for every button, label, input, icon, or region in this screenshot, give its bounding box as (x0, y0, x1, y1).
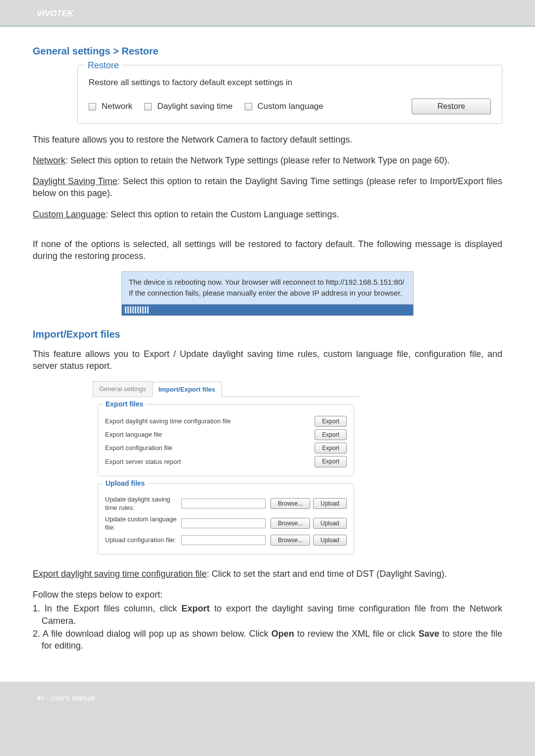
page-footer: 40 - User's Manual (0, 682, 535, 719)
checkbox-dst-wrap: Daylight saving time (144, 100, 232, 112)
export-row-lang: Export language file Export (105, 429, 347, 440)
reboot-progress-bar (122, 304, 413, 315)
para-export-dst-text: : Click to set the start and end time of… (207, 569, 447, 579)
para-none: If none of the options is selected, all … (33, 238, 502, 262)
section-title-restore: General settings > Restore (33, 45, 502, 58)
export-row-dst: Export daylight saving time configuratio… (105, 416, 347, 427)
page-header: VIVOTEK (0, 0, 535, 26)
checkbox-network-label: Network (102, 101, 132, 111)
browse-button-dst[interactable]: Browse... (270, 498, 310, 509)
step2-open: Open (271, 629, 294, 639)
checkbox-network[interactable] (89, 103, 96, 110)
step-1: 1. In the Export files column, click Exp… (33, 603, 502, 627)
para-network-text: : Select this option to retain the Netwo… (65, 155, 450, 165)
progress-stripes-icon (125, 306, 149, 313)
upload-row-lang-label: Update custom language file: (105, 515, 181, 532)
para-export-dst: Export daylight saving time configuratio… (33, 568, 502, 580)
file-input-dst[interactable] (181, 499, 266, 508)
para-lang-term: Custom Language (33, 209, 106, 219)
browse-button-lang[interactable]: Browse... (270, 518, 310, 529)
export-legend: Export files (103, 400, 146, 409)
checkbox-network-wrap: Network (89, 100, 132, 112)
upload-button-dst[interactable]: Upload (313, 498, 347, 509)
page: VIVOTEK General settings > Restore Resto… (0, 0, 535, 719)
checkbox-language-label: Custom language (258, 101, 323, 111)
checkbox-language[interactable] (245, 103, 252, 110)
export-row-status: Export server status report Export (105, 456, 347, 467)
export-row-dst-label: Export daylight saving time configuratio… (105, 417, 312, 426)
export-fieldset: Export files Export daylight saving time… (98, 404, 354, 476)
reboot-line1: The device is rebooting now. Your browse… (129, 277, 406, 288)
restore-description: Restore all settings to factory default … (89, 77, 491, 89)
para-export-dst-term: Export daylight saving time configuratio… (33, 569, 207, 579)
step1-a: 1. In the Export files column, click (33, 604, 181, 613)
import-export-intro: This feature allows you to Export / Upda… (33, 348, 502, 372)
step2-a: 2. A file download dialog will pop up as… (33, 629, 271, 639)
para-lang-text: : Select this option to retain the Custo… (106, 209, 339, 219)
reboot-line2: If the connection fails, please manually… (129, 288, 406, 299)
export-button-config[interactable]: Export (315, 443, 347, 454)
step2-c: to review the XML file or click (294, 629, 419, 639)
browse-button-config[interactable]: Browse... (270, 535, 310, 546)
upload-fieldset: Upload files Update daylight saving time… (98, 483, 354, 554)
upload-row-dst: Update daylight saving time rules: Brows… (105, 495, 347, 512)
reboot-message-text: The device is rebooting now. Your browse… (122, 272, 413, 304)
restore-intro: This feature allows you to restore the N… (33, 134, 502, 146)
para-lang: Custom Language: Select this option to r… (33, 208, 502, 220)
upload-row-lang: Update custom language file: Browse... U… (105, 515, 347, 532)
upload-button-lang[interactable]: Upload (313, 518, 347, 529)
import-export-panel: General settings Import/Export files Exp… (92, 381, 360, 560)
file-input-config[interactable] (181, 535, 266, 545)
steps-intro: Follow the steps below to export: (33, 589, 502, 601)
upload-row-config: Upload configuration file: Browse... Upl… (105, 535, 347, 546)
checkbox-dst[interactable] (144, 103, 152, 110)
export-row-status-label: Export server status report (105, 457, 312, 466)
step2-save: Save (419, 629, 439, 639)
checkbox-language-wrap: Custom language (245, 100, 323, 112)
tab-general-settings[interactable]: General settings (93, 381, 153, 397)
para-network: Network: Select this option to retain th… (33, 154, 502, 166)
restore-fieldset: Restore Restore all settings to factory … (77, 65, 502, 124)
brand-label: VIVOTEK (0, 9, 535, 19)
export-button-status[interactable]: Export (315, 456, 347, 467)
upload-row-dst-label: Update daylight saving time rules: (105, 495, 181, 512)
export-row-config-label: Export configuration file (105, 444, 312, 453)
upload-row-config-label: Upload configuration file: (105, 536, 181, 545)
restore-options-row: Network Daylight saving time Custom lang… (89, 99, 491, 114)
step1-bold: Export (181, 604, 210, 613)
step-2: 2. A file download dialog will pop up as… (33, 628, 502, 652)
para-dst-term: Daylight Saving Time (33, 176, 117, 186)
tab-import-export[interactable]: Import/Export files (152, 382, 222, 397)
restore-button[interactable]: Restore (412, 99, 491, 114)
export-button-lang[interactable]: Export (315, 429, 347, 440)
upload-button-config[interactable]: Upload (313, 535, 347, 546)
export-row-config: Export configuration file Export (105, 443, 347, 454)
file-input-lang[interactable] (181, 518, 266, 528)
page-content: General settings > Restore Restore Resto… (0, 27, 535, 682)
section-title-import-export: Import/Export files (33, 328, 502, 341)
export-row-lang-label: Export language file (105, 430, 312, 439)
checkbox-dst-label: Daylight saving time (157, 101, 232, 111)
restore-legend: Restore (85, 59, 122, 71)
para-dst: Daylight Saving Time: Select this option… (33, 175, 502, 200)
reboot-message-box: The device is rebooting now. Your browse… (121, 271, 414, 316)
upload-legend: Upload files (103, 479, 147, 488)
footer-text: 40 - User's Manual (37, 694, 95, 702)
tab-bar: General settings Import/Export files (93, 381, 359, 397)
para-network-term: Network (33, 155, 65, 165)
export-button-dst[interactable]: Export (315, 416, 347, 427)
